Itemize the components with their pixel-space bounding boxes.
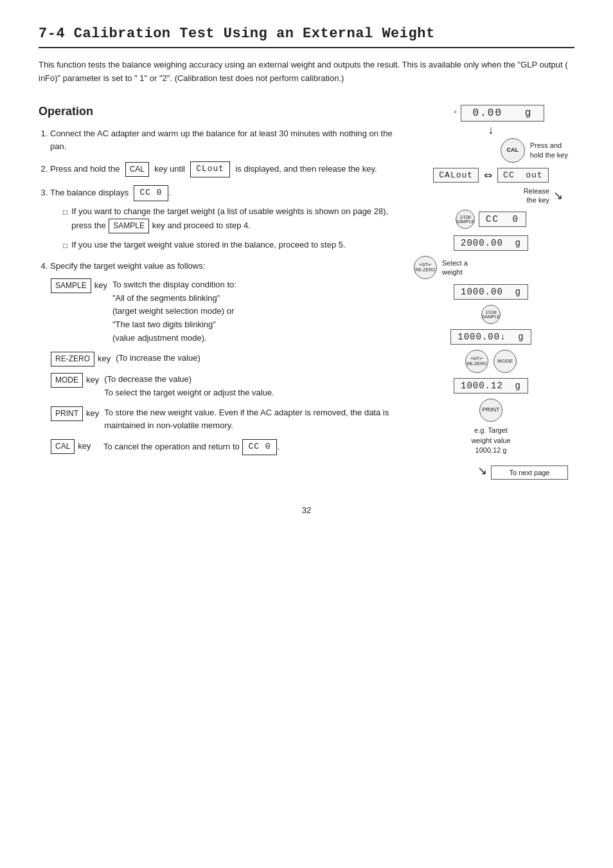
key-mode-word: key [86,374,99,387]
step-4: Specify the target weight value as follo… [50,260,395,455]
diag-release-row: Releasethe key ↘ [414,186,568,205]
diag-cc0-row: 1/10dSAMPLE CC 0 [414,210,568,229]
diag-swap-arrow: ⇔ [484,169,492,181]
diag-print-row: PRINT [414,399,568,422]
step4-desc-print: To store the new weight value. Even if t… [104,406,395,433]
diag-rezero-select-row: +0/T↵RE-ZERO Select aweight [414,256,568,279]
diag-display-top: 0.00 g [461,105,544,122]
key-rezero: RE-ZERO [51,352,94,366]
diag-sample-btn-1: 1/10dSAMPLE [456,210,475,229]
diag-1000-12-row: 1000.12 g [414,378,568,393]
diag-eg-label: e.g. Targetweight value1000.12 g [471,426,510,455]
key-rezero-word: key [98,352,111,366]
step-3-sublist: If you want to change the target weight … [50,205,395,252]
step4-row-print: PRINT key To store the new weight value.… [50,406,395,433]
diag-calout-row: CALout ⇔ CC out [414,168,568,183]
key-cal: CAL [51,439,75,454]
step4-cal-display: CC 0 [242,439,276,455]
diag-1000-display-1: 1000.00 g [454,284,528,300]
diag-2000-display: 2000.00 g [454,235,528,251]
diag-arrow-down-1: ↓ [488,124,494,136]
step-3: The balance displays CC 0. If you want t… [50,185,395,252]
diagram-container: ° 0.00 g ↓ CAL Press andhold the key CAL… [414,105,568,480]
steps-list: Connect the AC adapter and warm up the b… [39,127,395,455]
diag-press-hold-label: Press andhold the key [530,141,568,159]
step4-desc-cal: To cancel the operation and return to CC… [103,439,395,455]
step4-row-sample: SAMPLE key To switch the display conditi… [50,278,395,345]
step-2-display: CLout [190,161,230,177]
step4-key-sample: SAMPLE key [50,278,107,293]
key-sample-word: key [94,279,107,293]
diag-1000-12-display: 1000.12 g [454,378,528,393]
diag-print-btn: PRINT [479,399,502,422]
step-4-intro: Specify the target weight value as follo… [50,261,205,271]
step-1: Connect the AC adapter and warm up the b… [50,127,395,154]
step4-key-rezero: RE-ZERO key [50,352,111,366]
diag-rezero-btn-2: +0/T↵RE-ZERO [465,350,488,373]
key-mode: MODE [51,373,83,388]
diag-1000-display-2: 1000.00↓ g [450,329,531,345]
diag-press-hold-row: CAL Press andhold the key [414,138,568,163]
diag-top-dot: ° [438,109,457,117]
step-3-display: CC 0 [134,185,168,201]
diag-sample-row-2: 1/10dSAMPLE [414,305,568,324]
step4-key-print: PRINT key [50,406,99,421]
step4-row-mode: MODE key (To decrease the value) To sele… [50,373,395,400]
diag-rezero-btn-1: +0/T↵RE-ZERO [414,256,437,279]
key-print: PRINT [51,406,83,421]
diag-next-page-row: ↘ To next page [414,462,568,480]
key-sample: SAMPLE [51,278,91,293]
diag-2000-row: 2000.00 g [414,235,568,251]
diag-to-next-page: To next page [491,466,568,480]
step-2: Press and hold the CAL key until CLout i… [50,161,395,177]
step-3-sub-2-text: If you use the target weight value store… [71,239,345,252]
page-number: 32 [39,505,574,515]
step4-row-cal: CAL key To cancel the operation and retu… [50,439,395,455]
step4-row-rezero: RE-ZERO key (To increase the value) [50,352,395,366]
diag-1000-row-1: 1000.00 g [414,284,568,300]
diag-1000-row-2: 1000.00↓ g [414,329,568,345]
sample-key-ref: SAMPLE [109,219,149,233]
step-2-cal-key: CAL [125,162,149,177]
step-4-table: SAMPLE key To switch the display conditi… [50,278,395,455]
diag-arrow-release: ↘ [553,190,563,201]
diag-rezero-mode-row: +0/T↵RE-ZERO MODE [414,350,568,373]
diag-mode-btn: MODE [493,350,517,373]
diag-cc0-display: CC 0 [479,212,526,227]
key-print-word: key [86,407,99,420]
step4-key-cal: CAL key [50,439,98,454]
step-2-text-mid: key until [154,164,185,174]
page-title: 7-4 Calibration Test Using an External W… [39,26,574,48]
step-3-text-before: The balance displays [50,188,129,197]
diag-calout-left: CALout [433,168,479,183]
step4-desc-rezero: (To increase the value) [116,352,395,365]
section-title: Operation [39,105,395,118]
step4-desc-sample: To switch the display condition to: "All… [112,278,395,345]
right-diagram: ° 0.00 g ↓ CAL Press andhold the key CAL… [407,105,574,480]
diag-release-label: Releasethe key [524,186,549,205]
step4-key-mode: MODE key [50,373,99,388]
diag-calout-right: CC out [497,168,549,183]
diag-select-weight-label: Select aweight [442,258,468,277]
diag-next-arrow: ↘ [477,464,487,478]
intro-text: This function tests the balance weighing… [39,59,574,86]
key-cal-word: key [78,440,91,453]
step4-desc-mode: (To decrease the value) To select the ta… [104,373,395,400]
step-2-text-before: Press and hold the [50,164,120,174]
step-3-sub-1-text: If you want to change the target weight … [71,205,395,233]
step-1-text: Connect the AC adapter and warm up the b… [50,129,393,152]
left-column: Operation Connect the AC adapter and war… [39,105,395,463]
step-3-sub-1: If you want to change the target weight … [63,205,395,233]
step-3-sub-2: If you use the target weight value store… [63,239,395,252]
step-2-text-after: is displayed, and then release the key. [235,164,377,174]
diag-sample-btn-2: 1/10dSAMPLE [481,305,501,324]
diag-cal-button: CAL [501,138,525,163]
